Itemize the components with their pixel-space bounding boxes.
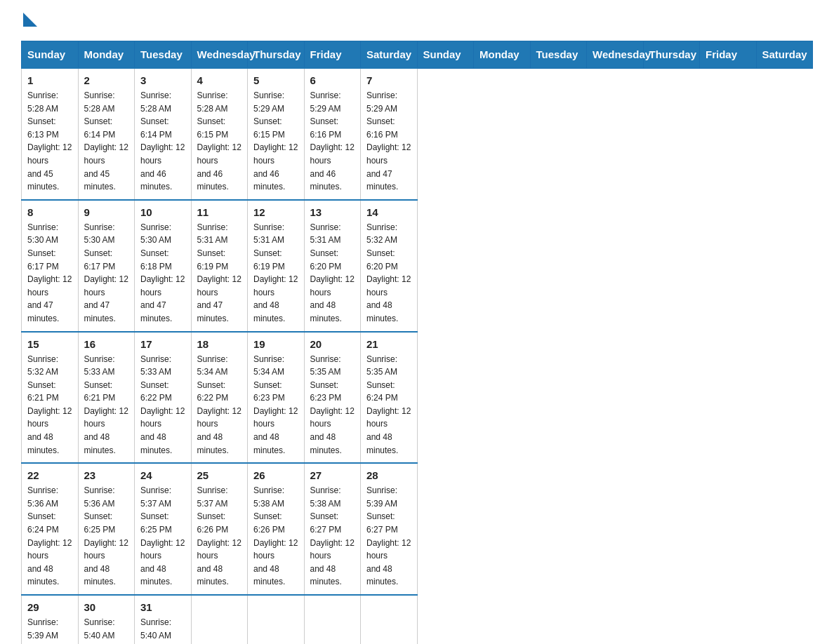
day-number: 12: [253, 206, 298, 218]
day-info: Sunrise: 5:37 AMSunset: 6:26 PMDaylight:…: [197, 484, 242, 589]
day-number: 21: [366, 338, 411, 350]
calendar-cell: 20 Sunrise: 5:35 AMSunset: 6:23 PMDaylig…: [304, 332, 361, 464]
column-header-sunday: Sunday: [22, 41, 79, 69]
calendar-week-row: 8 Sunrise: 5:30 AMSunset: 6:17 PMDayligh…: [22, 200, 813, 332]
calendar-week-row: 22 Sunrise: 5:36 AMSunset: 6:24 PMDaylig…: [22, 463, 813, 595]
calendar-cell: 21 Sunrise: 5:35 AMSunset: 6:24 PMDaylig…: [361, 332, 418, 464]
day-info: Sunrise: 5:39 AMSunset: 6:28 PMDaylight:…: [27, 616, 72, 644]
calendar-cell: 24 Sunrise: 5:37 AMSunset: 6:25 PMDaylig…: [135, 463, 192, 595]
column-header-thursday: Thursday: [643, 41, 700, 69]
day-info: Sunrise: 5:35 AMSunset: 6:23 PMDaylight:…: [310, 353, 355, 457]
calendar-cell: [304, 595, 361, 644]
day-number: 26: [253, 469, 298, 481]
calendar-week-row: 29 Sunrise: 5:39 AMSunset: 6:28 PMDaylig…: [22, 595, 813, 644]
column-header-monday: Monday: [474, 41, 531, 69]
day-info: Sunrise: 5:34 AMSunset: 6:23 PMDaylight:…: [253, 353, 298, 457]
day-info: Sunrise: 5:31 AMSunset: 6:20 PMDaylight:…: [310, 221, 355, 326]
column-header-sunday: Sunday: [417, 41, 474, 69]
calendar-cell: 17 Sunrise: 5:33 AMSunset: 6:22 PMDaylig…: [135, 332, 192, 464]
day-info: Sunrise: 5:38 AMSunset: 6:26 PMDaylight:…: [253, 484, 298, 589]
page-header: [21, 14, 813, 27]
day-number: 14: [366, 206, 411, 218]
day-number: 30: [84, 601, 129, 613]
day-info: Sunrise: 5:40 AMSunset: 6:28 PMDaylight:…: [84, 616, 129, 644]
day-info: Sunrise: 5:32 AMSunset: 6:20 PMDaylight:…: [366, 221, 411, 326]
day-number: 25: [197, 469, 242, 481]
calendar-week-row: 1 Sunrise: 5:28 AMSunset: 6:13 PMDayligh…: [22, 68, 813, 200]
calendar-cell: 22 Sunrise: 5:36 AMSunset: 6:24 PMDaylig…: [22, 463, 79, 595]
day-info: Sunrise: 5:40 AMSunset: 6:28 PMDaylight:…: [140, 616, 185, 644]
day-info: Sunrise: 5:28 AMSunset: 6:15 PMDaylight:…: [197, 89, 242, 194]
day-info: Sunrise: 5:30 AMSunset: 6:17 PMDaylight:…: [84, 221, 129, 326]
calendar-cell: 11 Sunrise: 5:31 AMSunset: 6:19 PMDaylig…: [191, 200, 248, 332]
calendar-cell: 9 Sunrise: 5:30 AMSunset: 6:17 PMDayligh…: [78, 200, 135, 332]
calendar-cell: 2 Sunrise: 5:28 AMSunset: 6:14 PMDayligh…: [78, 68, 135, 200]
column-header-friday: Friday: [700, 41, 757, 69]
calendar-cell: [248, 595, 305, 644]
day-info: Sunrise: 5:36 AMSunset: 6:25 PMDaylight:…: [84, 484, 129, 589]
calendar-header-row: SundayMondayTuesdayWednesdayThursdayFrid…: [22, 41, 813, 69]
day-info: Sunrise: 5:28 AMSunset: 6:13 PMDaylight:…: [27, 89, 72, 194]
column-header-wednesday: Wednesday: [587, 41, 644, 69]
calendar-cell: 26 Sunrise: 5:38 AMSunset: 6:26 PMDaylig…: [248, 463, 305, 595]
calendar-cell: 25 Sunrise: 5:37 AMSunset: 6:26 PMDaylig…: [191, 463, 248, 595]
day-info: Sunrise: 5:29 AMSunset: 6:16 PMDaylight:…: [366, 89, 411, 194]
day-number: 31: [140, 601, 185, 613]
day-info: Sunrise: 5:31 AMSunset: 6:19 PMDaylight:…: [253, 221, 298, 326]
day-number: 22: [27, 469, 72, 481]
day-number: 23: [84, 469, 129, 481]
column-header-wednesday: Wednesday: [191, 41, 248, 69]
calendar-cell: 29 Sunrise: 5:39 AMSunset: 6:28 PMDaylig…: [22, 595, 79, 644]
day-number: 20: [310, 338, 355, 350]
day-info: Sunrise: 5:31 AMSunset: 6:19 PMDaylight:…: [197, 221, 242, 326]
day-info: Sunrise: 5:32 AMSunset: 6:21 PMDaylight:…: [27, 353, 72, 457]
day-number: 2: [84, 74, 129, 86]
day-number: 29: [27, 601, 72, 613]
day-number: 4: [197, 74, 242, 86]
day-info: Sunrise: 5:28 AMSunset: 6:14 PMDaylight:…: [140, 89, 185, 194]
column-header-thursday: Thursday: [248, 41, 305, 69]
day-number: 3: [140, 74, 185, 86]
day-number: 16: [84, 338, 129, 350]
calendar-cell: 15 Sunrise: 5:32 AMSunset: 6:21 PMDaylig…: [22, 332, 79, 464]
day-number: 10: [140, 206, 185, 218]
day-info: Sunrise: 5:33 AMSunset: 6:21 PMDaylight:…: [84, 353, 129, 457]
day-info: Sunrise: 5:28 AMSunset: 6:14 PMDaylight:…: [84, 89, 129, 194]
column-header-monday: Monday: [78, 41, 135, 69]
calendar-cell: 3 Sunrise: 5:28 AMSunset: 6:14 PMDayligh…: [135, 68, 192, 200]
day-number: 19: [253, 338, 298, 350]
day-number: 9: [84, 206, 129, 218]
logo: [21, 14, 37, 27]
calendar-cell: 6 Sunrise: 5:29 AMSunset: 6:16 PMDayligh…: [304, 68, 361, 200]
calendar-cell: 16 Sunrise: 5:33 AMSunset: 6:21 PMDaylig…: [78, 332, 135, 464]
calendar-cell: 1 Sunrise: 5:28 AMSunset: 6:13 PMDayligh…: [22, 68, 79, 200]
day-info: Sunrise: 5:35 AMSunset: 6:24 PMDaylight:…: [366, 353, 411, 457]
day-number: 17: [140, 338, 185, 350]
day-info: Sunrise: 5:29 AMSunset: 6:16 PMDaylight:…: [310, 89, 355, 194]
day-number: 27: [310, 469, 355, 481]
calendar-cell: 30 Sunrise: 5:40 AMSunset: 6:28 PMDaylig…: [78, 595, 135, 644]
calendar-cell: 4 Sunrise: 5:28 AMSunset: 6:15 PMDayligh…: [191, 68, 248, 200]
calendar-cell: 31 Sunrise: 5:40 AMSunset: 6:28 PMDaylig…: [135, 595, 192, 644]
day-number: 6: [310, 74, 355, 86]
day-info: Sunrise: 5:30 AMSunset: 6:17 PMDaylight:…: [27, 221, 72, 326]
calendar-cell: 12 Sunrise: 5:31 AMSunset: 6:19 PMDaylig…: [248, 200, 305, 332]
day-number: 28: [366, 469, 411, 481]
column-header-saturday: Saturday: [361, 41, 418, 69]
calendar-cell: 8 Sunrise: 5:30 AMSunset: 6:17 PMDayligh…: [22, 200, 79, 332]
day-info: Sunrise: 5:38 AMSunset: 6:27 PMDaylight:…: [310, 484, 355, 589]
calendar-cell: 19 Sunrise: 5:34 AMSunset: 6:23 PMDaylig…: [248, 332, 305, 464]
calendar-cell: 28 Sunrise: 5:39 AMSunset: 6:27 PMDaylig…: [361, 463, 418, 595]
calendar-cell: 13 Sunrise: 5:31 AMSunset: 6:20 PMDaylig…: [304, 200, 361, 332]
day-number: 5: [253, 74, 298, 86]
calendar-cell: 14 Sunrise: 5:32 AMSunset: 6:20 PMDaylig…: [361, 200, 418, 332]
column-header-friday: Friday: [304, 41, 361, 69]
calendar-cell: 7 Sunrise: 5:29 AMSunset: 6:16 PMDayligh…: [361, 68, 418, 200]
column-header-tuesday: Tuesday: [530, 41, 587, 69]
day-info: Sunrise: 5:33 AMSunset: 6:22 PMDaylight:…: [140, 353, 185, 457]
day-info: Sunrise: 5:29 AMSunset: 6:15 PMDaylight:…: [253, 89, 298, 194]
day-info: Sunrise: 5:34 AMSunset: 6:22 PMDaylight:…: [197, 353, 242, 457]
day-number: 1: [27, 74, 72, 86]
column-header-tuesday: Tuesday: [135, 41, 192, 69]
calendar-cell: 23 Sunrise: 5:36 AMSunset: 6:25 PMDaylig…: [78, 463, 135, 595]
